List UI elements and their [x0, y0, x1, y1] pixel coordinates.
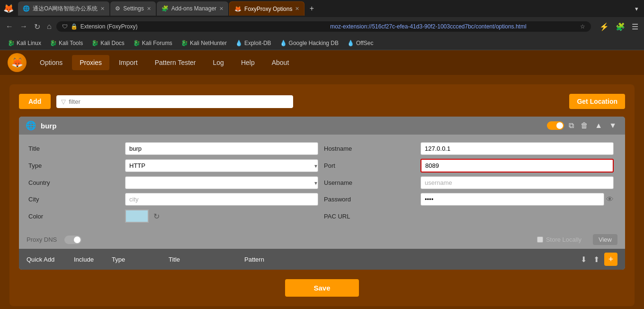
bookmark-kali-docs[interactable]: 🐉 Kali Docs	[88, 39, 128, 47]
port-label: Port	[322, 158, 417, 173]
extensions-icon[interactable]: 🧩	[614, 20, 627, 33]
type-select-wrap: HTTP HTTPS SOCKS4 SOCKS5	[121, 157, 322, 174]
store-locally-wrap: Store Locally	[537, 236, 581, 243]
proxy-enable-toggle[interactable]	[547, 121, 564, 130]
nav-pattern-tester[interactable]: Pattern Tester	[147, 55, 204, 70]
move-up-button[interactable]: ▲	[593, 120, 604, 131]
new-tab-button[interactable]: +	[305, 2, 318, 15]
tab-addons-icon: 🧩	[161, 5, 169, 12]
store-locally-label: Store Locally	[546, 236, 581, 243]
address-bar: ← → ↻ ⌂ 🛡 🔒 Extension (FoxyProxy) moz-ex…	[0, 17, 644, 36]
address-bar-input[interactable]: 🛡 🔒 Extension (FoxyProxy) moz-extension:…	[56, 21, 591, 32]
save-button[interactable]: Save	[285, 279, 358, 297]
nav-help[interactable]: Help	[233, 55, 262, 70]
copy-proxy-button[interactable]: ⧉	[567, 120, 576, 131]
bookmark-kali-forums-label: Kali Forums	[142, 40, 172, 46]
nav-log[interactable]: Log	[206, 55, 232, 70]
tab-menu-button[interactable]: ▾	[631, 3, 642, 14]
refresh-color-button[interactable]: ↻	[153, 212, 160, 221]
port-value-wrap	[417, 157, 617, 174]
bookmark-offsec[interactable]: 💧 OffSec	[343, 39, 377, 47]
tab-settings-icon: ⚙	[115, 5, 120, 12]
title-value-wrap	[121, 140, 322, 157]
username-label: Username	[322, 175, 417, 190]
password-label: Password	[322, 192, 417, 207]
bookmark-exploit-db-label: Exploit-DB	[244, 40, 271, 46]
hostname-value-wrap	[417, 140, 617, 157]
proxy-card: 🌐 burp ⧉ 🗑 ▲ ▼ Title	[19, 117, 625, 270]
toolbar-right: ⚡ 🧩 ☰	[598, 20, 640, 33]
bookmark-offsec-label: OffSec	[356, 40, 373, 46]
port-input[interactable]	[420, 159, 614, 173]
forward-button[interactable]: →	[18, 20, 29, 33]
title-label: Title	[27, 141, 121, 156]
tab-addons-label: Add-ons Manager	[171, 5, 216, 12]
nav-options[interactable]: Options	[32, 55, 70, 70]
password-input[interactable]	[420, 193, 604, 206]
bookmark-google-hacking-db[interactable]: 💧 Google Hacking DB	[276, 39, 342, 47]
filter-icon: ▽	[61, 98, 66, 105]
bookmark-exploit-db[interactable]: 💧 Exploit-DB	[232, 39, 275, 47]
view-button[interactable]: View	[593, 234, 617, 245]
export-patterns-button[interactable]: ⬆	[591, 254, 601, 265]
home-button[interactable]: ⌂	[45, 20, 54, 33]
reload-button[interactable]: ↻	[32, 20, 42, 33]
proxy-controls: ⧉ 🗑 ▲ ▼	[547, 120, 618, 131]
bookmark-kali-tools[interactable]: 🐉 Kali Tools	[46, 39, 87, 47]
patterns-actions: ⬇ ⬆ +	[579, 253, 617, 266]
tab-settings-close[interactable]: ✕	[147, 6, 151, 12]
pac-url-label: PAC URL	[322, 209, 417, 224]
import-patterns-button[interactable]: ⬇	[579, 254, 589, 265]
add-pattern-button[interactable]: +	[604, 253, 617, 266]
synced-tabs-icon[interactable]: ⚡	[598, 20, 611, 33]
star-icon[interactable]: ☆	[580, 23, 585, 30]
kali-docs-icon: 🐉	[91, 40, 98, 46]
back-button[interactable]: ←	[4, 20, 15, 33]
title-input[interactable]	[125, 142, 318, 155]
tab-foxyproxy-icon: 🦊	[234, 6, 242, 12]
tab-settings[interactable]: ⚙ Settings ✕	[110, 1, 155, 16]
filter-input[interactable]	[69, 98, 288, 105]
nav-import[interactable]: Import	[111, 55, 145, 70]
hostname-input[interactable]	[420, 142, 614, 155]
show-password-button[interactable]: 👁	[606, 195, 614, 204]
offsec-icon: 💧	[347, 40, 354, 46]
tab-foxyproxy-close[interactable]: ✕	[295, 6, 299, 12]
foxyproxy-app: 🦊 Options Proxies Import Pattern Tester …	[0, 50, 644, 309]
kali-nethunter-icon: 🐉	[181, 40, 188, 46]
tab-addons[interactable]: 🧩 Add-ons Manager ✕	[157, 1, 228, 16]
country-select[interactable]	[125, 176, 318, 189]
dns-toggle-knob	[74, 236, 80, 243]
proxy-form: Title Hostname Type HTTP HTTPS S	[19, 135, 625, 230]
shield-icon: 🛡	[62, 23, 68, 30]
city-input[interactable]	[125, 193, 318, 206]
add-proxy-button[interactable]: Add	[19, 94, 51, 109]
tab-tongda-close[interactable]: ✕	[100, 6, 105, 12]
proxy-card-header: 🌐 burp ⧉ 🗑 ▲ ▼	[19, 117, 625, 135]
bookmark-kali-nethunter-label: Kali NetHunter	[190, 40, 227, 46]
bookmark-kali-nethunter[interactable]: 🐉 Kali NetHunter	[177, 39, 231, 47]
bookmark-google-hacking-db-label: Google Hacking DB	[289, 40, 339, 46]
bookmark-kali-forums[interactable]: 🐉 Kali Forums	[129, 39, 176, 47]
menu-icon[interactable]: ☰	[630, 20, 640, 33]
tab-tongda-label: 通达OA网络智能办公系统	[33, 5, 98, 13]
fp-content: Add ▽ Get Location 🌐 burp ⧉	[0, 75, 644, 309]
firefox-icon: 🦊	[2, 2, 15, 15]
username-input[interactable]	[420, 176, 614, 189]
tab-foxyproxy[interactable]: 🦊 FoxyProxy Options ✕	[229, 1, 304, 16]
bookmark-kali-linux[interactable]: 🐉 Kali Linux	[4, 39, 45, 47]
type-label: Type	[27, 158, 121, 173]
tab-addons-close[interactable]: ✕	[219, 6, 224, 12]
proxy-dns-toggle[interactable]	[64, 236, 81, 244]
move-down-button[interactable]: ▼	[607, 120, 618, 131]
delete-proxy-button[interactable]: 🗑	[579, 120, 590, 131]
color-swatch[interactable]	[125, 209, 149, 223]
color-label: Color	[27, 209, 121, 224]
nav-proxies[interactable]: Proxies	[72, 55, 109, 70]
store-locally-checkbox[interactable]	[537, 236, 543, 243]
type-select[interactable]: HTTP HTTPS SOCKS4 SOCKS5	[125, 159, 318, 172]
toggle-knob	[556, 122, 563, 129]
nav-about[interactable]: About	[264, 55, 297, 70]
get-location-button[interactable]: Get Location	[569, 94, 625, 109]
tab-tongda[interactable]: 🌐 通达OA网络智能办公系统 ✕	[18, 1, 109, 16]
